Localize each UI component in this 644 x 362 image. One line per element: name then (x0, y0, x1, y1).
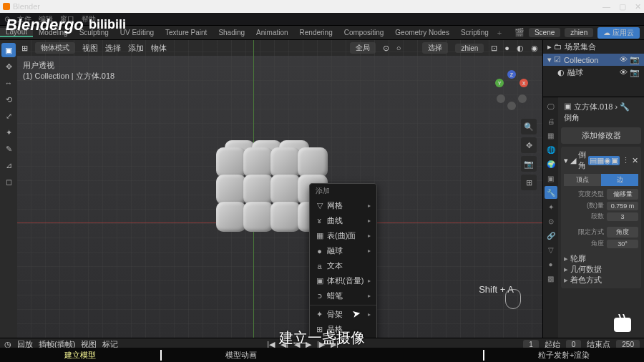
tool-cursor[interactable]: ✥ (1, 59, 16, 74)
add-menu-popup[interactable]: 添加 ▽网格▸ɤ曲线▸▦表(曲)面▸●融球▸a文本▣体积(音量)▸ɔ蜡笔▸✦骨架… (309, 183, 377, 338)
tool-annotate[interactable]: ✎ (1, 142, 16, 156)
modifier-icon: ◢ (570, 156, 576, 165)
collapse-icon[interactable]: ▾ (564, 156, 568, 165)
window-controls[interactable]: — ▢ ✕ (602, 2, 641, 11)
viewlayer-selector[interactable]: zhien (565, 28, 593, 37)
proptab-view[interactable]: ▦ (545, 129, 557, 142)
modifier-close-icon[interactable]: ✕ (632, 156, 638, 165)
proptab-world[interactable]: 🌍 (545, 157, 557, 170)
tab-scripting[interactable]: Scripting (455, 29, 494, 36)
gizmo-nx[interactable] (497, 94, 505, 103)
3d-viewport[interactable]: ⊞ 物体模式 视图 选择 添加 物体 全局 ⊙ ○ 选择 zhien ⊡ ● ◐… (17, 40, 542, 338)
gizmo-ny[interactable] (518, 94, 527, 103)
mouse-cursor-icon: ➤ (351, 307, 362, 320)
property-body: ▣ 立方体.018 › 🔧 倒角 添加修改器 ▾ ◢ 倒角 ▤▦◉▣ ⋮ ✕ 顶… (558, 97, 644, 338)
outliner-collection[interactable]: ▾ ☑ Collection 👁 📷 (543, 54, 644, 66)
proptab-material[interactable]: ● (545, 258, 557, 270)
nav-gizmo[interactable]: X Y Z (495, 76, 528, 109)
outliner[interactable]: ▸ 🗀 场景集合 ▾ ☑ Collection 👁 📷 ◐ 融球 👁 📷 (543, 40, 644, 97)
proptab-data[interactable]: ▽ (545, 243, 557, 256)
tool-transform[interactable]: ✦ (1, 125, 16, 140)
add-menu-item-7[interactable]: ✦骨架▸ (310, 307, 376, 322)
gizmo-x[interactable]: X (519, 79, 528, 87)
zoom-icon[interactable]: 🔍 (521, 119, 537, 134)
tab-rendering[interactable]: Rendering (294, 29, 338, 36)
gizmo-nz[interactable] (507, 102, 516, 110)
perspective-icon[interactable]: ⊞ (521, 175, 537, 190)
watermark-blendergo: Blendergo (6, 16, 84, 34)
video-chapters[interactable]: 建立模型 模型动画 粒子发射+渲染 (0, 348, 644, 362)
tab-vertex[interactable]: 顶点 (564, 174, 601, 186)
modifier-menu-icon[interactable]: ⋮ (622, 156, 630, 165)
minimize-icon[interactable]: — (602, 2, 610, 11)
add-menu-item-6[interactable]: ɔ蜡笔▸ (310, 288, 376, 303)
add-menu-item-1[interactable]: ɤ曲线▸ (310, 213, 376, 228)
section-shading[interactable]: ▸ 着色方式 (564, 275, 638, 285)
gizmo-y[interactable]: Y (495, 79, 504, 87)
tab-geonodes[interactable]: Geometry Nodes (389, 29, 455, 36)
tab-edge[interactable]: 边 (601, 174, 638, 186)
angle-field[interactable]: 30° (607, 240, 638, 248)
chapter-1[interactable]: 建立模型 (0, 350, 160, 361)
proptab-constraint[interactable]: 🔗 (545, 229, 557, 242)
section-profile[interactable]: ▸ 轮廓 (564, 253, 638, 264)
cube-array-object[interactable] (210, 140, 325, 240)
add-modifier-button[interactable]: 添加修改器 (561, 127, 641, 144)
move-view-icon[interactable]: ✥ (521, 137, 537, 153)
outliner-item-metaball[interactable]: ◐ 融球 👁 📷 (543, 66, 644, 79)
chapter-4[interactable]: 粒子发射+渲染 (483, 350, 645, 361)
viewport-overlay-text: 用户透视 (1) Collection | 立方体.018 (23, 60, 114, 82)
add-workspace-icon[interactable]: + (497, 29, 502, 37)
maximize-icon[interactable]: ▢ (619, 2, 626, 11)
proptab-scene[interactable]: 🌐 (545, 143, 557, 156)
app-title: Blender (13, 2, 40, 11)
bevel-affect-tabs[interactable]: 顶点 边 (564, 174, 638, 186)
tab-shading[interactable]: Shading (213, 29, 250, 36)
chapter-2[interactable]: 模型动画 (160, 350, 322, 361)
segments-field[interactable]: 3 (607, 212, 638, 221)
scene-selector[interactable]: Scene (529, 28, 560, 37)
scene-icon: 🎬 (514, 28, 525, 37)
add-menu-item-2[interactable]: ▦表(曲)面▸ (310, 228, 376, 243)
tab-texture[interactable]: Texture Paint (160, 29, 213, 36)
proptab-modifier[interactable]: 🔧 (545, 186, 557, 199)
cloud-button[interactable]: ☁ 应用云 (597, 27, 640, 39)
tool-rotate[interactable]: ⟲ (1, 92, 16, 107)
proptab-object[interactable]: ▣ (545, 172, 557, 185)
property-tabs: 🖵 🖨 ▦ 🌐 🌍 ▣ 🔧 ✦ ⊙ 🔗 ▽ ● ▩ (543, 97, 558, 338)
modifier-toggles[interactable]: ▤▦◉▣ (588, 156, 620, 165)
proptab-physics[interactable]: ⊙ (545, 215, 557, 228)
tool-addcube[interactable]: ◻ (1, 175, 16, 189)
prop-breadcrumb: ▣ 立方体.018 › 🔧 倒角 (561, 100, 641, 124)
add-menu-item-0[interactable]: ▽网格▸ (310, 198, 376, 213)
tool-sidebar: ▣ ✥ ↔ ⟲ ⤢ ✦ ✎ ⊿ ◻ (0, 40, 17, 338)
add-menu-item-3[interactable]: ●融球▸ (310, 243, 376, 258)
proptab-particle[interactable]: ✦ (545, 200, 557, 213)
modifier-bevel-panel: ▾ ◢ 倒角 ▤▦◉▣ ⋮ ✕ 顶点 边 宽度类型偏移量 (数)量0.759 m… (561, 147, 641, 288)
close-icon[interactable]: ✕ (635, 2, 641, 11)
proptab-render[interactable]: 🖵 (545, 100, 557, 113)
blender-logo-icon (3, 3, 10, 10)
tool-measure[interactable]: ⊿ (1, 158, 16, 172)
proptab-output[interactable]: 🖨 (545, 114, 557, 127)
tab-compositing[interactable]: Compositing (338, 29, 390, 36)
tab-animation[interactable]: Animation (250, 29, 293, 36)
tool-scale[interactable]: ⤢ (1, 109, 16, 123)
mouse-indicator-icon (505, 289, 521, 309)
properties-panel: 🖵 🖨 ▦ 🌐 🌍 ▣ 🔧 ✦ ⊙ 🔗 ▽ ● ▩ ▣ 立方体.018 › 🔧 … (543, 97, 644, 338)
tool-move[interactable]: ↔ (1, 76, 16, 90)
watermark-bilibili: bilibili (89, 17, 126, 32)
right-panel: ▸ 🗀 场景集合 ▾ ☑ Collection 👁 📷 ◐ 融球 👁 📷 🖵 🖨… (542, 40, 644, 338)
outliner-root[interactable]: ▸ 🗀 场景集合 (543, 40, 644, 54)
video-subtitle: 建立一盏摄像 (0, 328, 644, 348)
section-geometry[interactable]: ▸ 几何数据 (564, 264, 638, 275)
width-type-field[interactable]: 偏移量 (607, 189, 638, 200)
add-menu-item-5[interactable]: ▣体积(音量)▸ (310, 273, 376, 288)
proptab-texture[interactable]: ▩ (545, 272, 557, 285)
camera-view-icon[interactable]: 📷 (521, 156, 537, 172)
width-field[interactable]: 0.759 m (607, 202, 638, 210)
add-menu-item-4[interactable]: a文本 (310, 258, 376, 273)
tool-select[interactable]: ▣ (1, 43, 16, 57)
gizmo-z[interactable]: Z (507, 70, 516, 79)
limit-field[interactable]: 角度 (607, 227, 638, 238)
